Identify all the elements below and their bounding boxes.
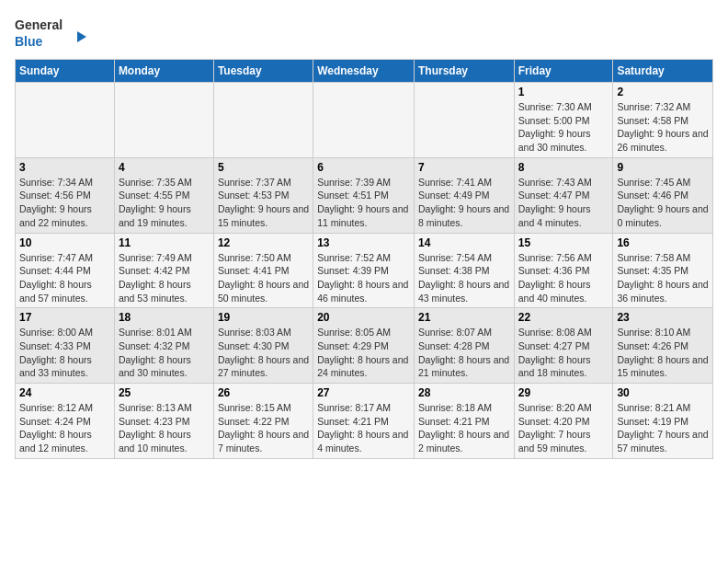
day-info: Sunrise: 8:21 AM Sunset: 4:19 PM Dayligh… bbox=[617, 401, 709, 455]
day-info: Sunrise: 7:45 AM Sunset: 4:46 PM Dayligh… bbox=[617, 176, 709, 230]
day-number: 19 bbox=[218, 311, 309, 324]
day-info: Sunrise: 7:34 AM Sunset: 4:56 PM Dayligh… bbox=[19, 176, 110, 230]
calendar-cell: 26Sunrise: 8:15 AM Sunset: 4:22 PM Dayli… bbox=[213, 384, 313, 459]
day-info: Sunrise: 7:30 AM Sunset: 5:00 PM Dayligh… bbox=[518, 100, 609, 155]
day-number: 22 bbox=[518, 311, 609, 324]
day-info: Sunrise: 7:58 AM Sunset: 4:35 PM Dayligh… bbox=[617, 251, 709, 305]
day-info: Sunrise: 8:01 AM Sunset: 4:32 PM Dayligh… bbox=[119, 326, 210, 380]
day-info: Sunrise: 8:17 AM Sunset: 4:21 PM Dayligh… bbox=[317, 401, 410, 455]
weekday-header: Sunday bbox=[16, 60, 115, 83]
day-number: 8 bbox=[518, 161, 609, 174]
day-info: Sunrise: 7:43 AM Sunset: 4:47 PM Dayligh… bbox=[518, 176, 609, 230]
calendar-cell: 15Sunrise: 7:56 AM Sunset: 4:36 PM Dayli… bbox=[514, 233, 613, 308]
day-number: 7 bbox=[418, 161, 510, 174]
weekday-header-row: SundayMondayTuesdayWednesdayThursdayFrid… bbox=[16, 60, 713, 83]
weekday-header: Monday bbox=[114, 60, 213, 83]
calendar-cell: 5Sunrise: 7:37 AM Sunset: 4:53 PM Daylig… bbox=[213, 157, 313, 233]
day-number: 15 bbox=[518, 236, 609, 249]
day-number: 25 bbox=[119, 386, 210, 399]
calendar-cell: 30Sunrise: 8:21 AM Sunset: 4:19 PM Dayli… bbox=[613, 384, 713, 459]
day-info: Sunrise: 7:56 AM Sunset: 4:36 PM Dayligh… bbox=[518, 251, 609, 305]
calendar-week-row: 17Sunrise: 8:00 AM Sunset: 4:33 PM Dayli… bbox=[16, 308, 713, 384]
day-info: Sunrise: 8:08 AM Sunset: 4:27 PM Dayligh… bbox=[518, 326, 609, 380]
day-number: 18 bbox=[119, 311, 210, 324]
day-number: 10 bbox=[19, 236, 110, 249]
day-info: Sunrise: 8:20 AM Sunset: 4:20 PM Dayligh… bbox=[518, 401, 609, 455]
day-info: Sunrise: 7:37 AM Sunset: 4:53 PM Dayligh… bbox=[218, 176, 309, 230]
calendar-cell bbox=[313, 83, 415, 158]
calendar-cell: 2Sunrise: 7:32 AM Sunset: 4:58 PM Daylig… bbox=[613, 83, 713, 158]
day-info: Sunrise: 8:00 AM Sunset: 4:33 PM Dayligh… bbox=[19, 326, 110, 380]
calendar-cell: 10Sunrise: 7:47 AM Sunset: 4:44 PM Dayli… bbox=[16, 233, 115, 308]
day-info: Sunrise: 8:18 AM Sunset: 4:21 PM Dayligh… bbox=[418, 401, 510, 455]
calendar-week-row: 24Sunrise: 8:12 AM Sunset: 4:24 PM Dayli… bbox=[16, 384, 713, 459]
day-info: Sunrise: 7:35 AM Sunset: 4:55 PM Dayligh… bbox=[119, 176, 210, 230]
weekday-header: Thursday bbox=[414, 60, 514, 83]
logo-svg: General Blue bbox=[15, 15, 88, 52]
day-number: 2 bbox=[617, 86, 709, 98]
day-info: Sunrise: 7:32 AM Sunset: 4:58 PM Dayligh… bbox=[617, 100, 709, 155]
day-info: Sunrise: 8:10 AM Sunset: 4:26 PM Dayligh… bbox=[617, 326, 709, 380]
day-number: 21 bbox=[418, 311, 510, 324]
calendar-week-row: 3Sunrise: 7:34 AM Sunset: 4:56 PM Daylig… bbox=[16, 157, 713, 233]
calendar-cell: 3Sunrise: 7:34 AM Sunset: 4:56 PM Daylig… bbox=[16, 157, 115, 233]
calendar-cell: 24Sunrise: 8:12 AM Sunset: 4:24 PM Dayli… bbox=[16, 384, 115, 459]
day-number: 5 bbox=[218, 161, 309, 174]
day-number: 29 bbox=[518, 386, 609, 399]
day-number: 3 bbox=[19, 161, 110, 174]
day-info: Sunrise: 8:15 AM Sunset: 4:22 PM Dayligh… bbox=[218, 401, 309, 455]
day-info: Sunrise: 8:13 AM Sunset: 4:23 PM Dayligh… bbox=[119, 401, 210, 455]
weekday-header: Wednesday bbox=[313, 60, 415, 83]
day-number: 13 bbox=[317, 236, 410, 249]
svg-marker-2 bbox=[77, 31, 86, 42]
day-info: Sunrise: 7:47 AM Sunset: 4:44 PM Dayligh… bbox=[19, 251, 110, 305]
weekday-header: Saturday bbox=[613, 60, 713, 83]
calendar-cell: 14Sunrise: 7:54 AM Sunset: 4:38 PM Dayli… bbox=[414, 233, 514, 308]
day-info: Sunrise: 8:12 AM Sunset: 4:24 PM Dayligh… bbox=[19, 401, 110, 455]
svg-text:General: General bbox=[15, 17, 63, 32]
weekday-header: Friday bbox=[514, 60, 613, 83]
calendar-cell: 23Sunrise: 8:10 AM Sunset: 4:26 PM Dayli… bbox=[613, 308, 713, 384]
day-info: Sunrise: 7:41 AM Sunset: 4:49 PM Dayligh… bbox=[418, 176, 510, 230]
day-info: Sunrise: 8:07 AM Sunset: 4:28 PM Dayligh… bbox=[418, 326, 510, 380]
svg-text:Blue: Blue bbox=[15, 34, 43, 49]
calendar-cell: 25Sunrise: 8:13 AM Sunset: 4:23 PM Dayli… bbox=[114, 384, 213, 459]
calendar-cell: 12Sunrise: 7:50 AM Sunset: 4:41 PM Dayli… bbox=[213, 233, 313, 308]
day-info: Sunrise: 7:54 AM Sunset: 4:38 PM Dayligh… bbox=[418, 251, 510, 305]
day-number: 26 bbox=[218, 386, 309, 399]
day-number: 4 bbox=[119, 161, 210, 174]
logo: General Blue bbox=[15, 15, 88, 52]
calendar-cell: 4Sunrise: 7:35 AM Sunset: 4:55 PM Daylig… bbox=[114, 157, 213, 233]
day-number: 17 bbox=[19, 311, 110, 324]
calendar-cell: 6Sunrise: 7:39 AM Sunset: 4:51 PM Daylig… bbox=[313, 157, 415, 233]
calendar-cell bbox=[213, 83, 313, 158]
page-header: General Blue bbox=[15, 15, 713, 52]
calendar-cell: 27Sunrise: 8:17 AM Sunset: 4:21 PM Dayli… bbox=[313, 384, 415, 459]
calendar-table: SundayMondayTuesdayWednesdayThursdayFrid… bbox=[15, 59, 713, 459]
calendar-cell: 16Sunrise: 7:58 AM Sunset: 4:35 PM Dayli… bbox=[613, 233, 713, 308]
weekday-header: Tuesday bbox=[213, 60, 313, 83]
calendar-cell: 18Sunrise: 8:01 AM Sunset: 4:32 PM Dayli… bbox=[114, 308, 213, 384]
calendar-week-row: 1Sunrise: 7:30 AM Sunset: 5:00 PM Daylig… bbox=[16, 83, 713, 158]
calendar-cell: 21Sunrise: 8:07 AM Sunset: 4:28 PM Dayli… bbox=[414, 308, 514, 384]
calendar-cell: 13Sunrise: 7:52 AM Sunset: 4:39 PM Dayli… bbox=[313, 233, 415, 308]
calendar-week-row: 10Sunrise: 7:47 AM Sunset: 4:44 PM Dayli… bbox=[16, 233, 713, 308]
calendar-cell: 11Sunrise: 7:49 AM Sunset: 4:42 PM Dayli… bbox=[114, 233, 213, 308]
calendar-cell: 1Sunrise: 7:30 AM Sunset: 5:00 PM Daylig… bbox=[514, 83, 613, 158]
day-number: 23 bbox=[617, 311, 709, 324]
day-number: 12 bbox=[218, 236, 309, 249]
calendar-cell: 7Sunrise: 7:41 AM Sunset: 4:49 PM Daylig… bbox=[414, 157, 514, 233]
day-info: Sunrise: 8:03 AM Sunset: 4:30 PM Dayligh… bbox=[218, 326, 309, 380]
calendar-cell: 17Sunrise: 8:00 AM Sunset: 4:33 PM Dayli… bbox=[16, 308, 115, 384]
day-number: 11 bbox=[119, 236, 210, 249]
day-number: 9 bbox=[617, 161, 709, 174]
calendar-cell: 19Sunrise: 8:03 AM Sunset: 4:30 PM Dayli… bbox=[213, 308, 313, 384]
day-info: Sunrise: 7:52 AM Sunset: 4:39 PM Dayligh… bbox=[317, 251, 410, 305]
day-number: 24 bbox=[19, 386, 110, 399]
calendar-cell: 9Sunrise: 7:45 AM Sunset: 4:46 PM Daylig… bbox=[613, 157, 713, 233]
day-number: 27 bbox=[317, 386, 410, 399]
calendar-cell bbox=[114, 83, 213, 158]
calendar-cell: 22Sunrise: 8:08 AM Sunset: 4:27 PM Dayli… bbox=[514, 308, 613, 384]
day-number: 14 bbox=[418, 236, 510, 249]
day-info: Sunrise: 8:05 AM Sunset: 4:29 PM Dayligh… bbox=[317, 326, 410, 380]
